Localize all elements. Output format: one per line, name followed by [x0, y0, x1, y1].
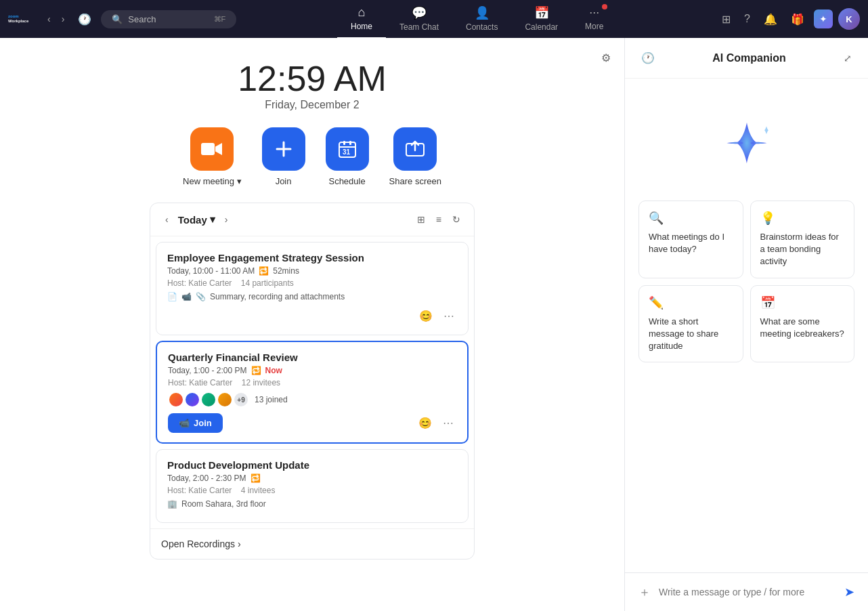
- svg-rect-2: [201, 143, 215, 155]
- ai-panel-body: 🔍 What meetings do I have today? 💡 Brain…: [625, 79, 868, 572]
- top-nav: zoom Workplace ‹ › 🕐 🔍 Search ⌘F ⌂ Home …: [0, 0, 868, 38]
- calendar-list-button[interactable]: ≡: [433, 211, 444, 228]
- meeting-card-1[interactable]: Employee Engagement Strategy Session Tod…: [156, 242, 469, 335]
- ai-suggestion-icebreakers[interactable]: 📅 What are some meeting icebreakers?: [750, 285, 855, 363]
- nav-tab-home-label: Home: [351, 22, 372, 31]
- recurring-icon: 🔁: [259, 266, 269, 276]
- meeting-1-title: Employee Engagement Strategy Session: [167, 252, 457, 264]
- search-bar[interactable]: 🔍 Search ⌘F: [101, 10, 236, 28]
- schedule-button[interactable]: 31 Schedule: [326, 127, 369, 186]
- nav-back-button[interactable]: ‹: [43, 11, 55, 27]
- nav-tab-team-chat[interactable]: 💬 Team Chat: [386, 0, 452, 39]
- meeting-card-2[interactable]: Quarterly Financial Review Today, 1:00 -…: [156, 341, 469, 444]
- ai-suggestions-grid: 🔍 What meetings do I have today? 💡 Brain…: [638, 201, 854, 362]
- meeting-1-actions: 😊 ⋯: [167, 307, 457, 325]
- calendar-icon: 📅: [534, 5, 549, 20]
- join-button[interactable]: Join: [262, 127, 305, 186]
- action-buttons: New meeting ▾ Join: [183, 127, 441, 186]
- ai-panel-header: 🕐 AI Companion ⤢: [625, 38, 868, 79]
- nav-tab-more[interactable]: ··· More: [571, 0, 617, 39]
- ai-suggestion-meetings-today[interactable]: 🔍 What meetings do I have today?: [638, 201, 743, 278]
- search-label: Search: [128, 14, 156, 24]
- ai-companion-panel: 🕐 AI Companion ⤢: [624, 38, 868, 611]
- meeting-2-actions: 📹 Join 😊 ⋯: [168, 413, 456, 433]
- ai-message-input[interactable]: [659, 587, 836, 597]
- share-screen-label: Share screen: [389, 176, 441, 186]
- join-label: Join: [276, 176, 292, 186]
- write-suggestion-icon: ✏️: [649, 295, 733, 310]
- calendar-title: Today ▾: [178, 213, 215, 226]
- calendar-prev-button[interactable]: ‹: [161, 211, 173, 228]
- share-screen-icon: [393, 127, 437, 171]
- ai-star-button[interactable]: ✦: [814, 9, 833, 28]
- nav-tab-calendar[interactable]: 📅 Calendar: [511, 0, 571, 39]
- meeting-1-more-button[interactable]: ⋯: [441, 307, 457, 325]
- more-icon: ···: [589, 5, 599, 20]
- ai-sparkle-icon: [720, 119, 774, 173]
- ai-send-button[interactable]: ➤: [842, 582, 857, 602]
- meetings-list: Employee Engagement Strategy Session Tod…: [150, 236, 474, 528]
- help-button[interactable]: ?: [740, 9, 754, 29]
- meeting-1-emoji-button[interactable]: 😊: [416, 307, 435, 325]
- calendar-grid-button[interactable]: ⊞: [414, 211, 428, 228]
- ai-panel-footer: ＋ ➤: [625, 572, 868, 611]
- schedule-label: Schedule: [328, 176, 365, 186]
- app-logo: zoom Workplace: [8, 12, 32, 26]
- meeting-2-time: Today, 1:00 - 2:00 PM 🔁 Now: [168, 366, 456, 375]
- calendar-suggestion-icon: 📅: [760, 295, 845, 310]
- meeting-2-emoji-button[interactable]: 😊: [416, 414, 435, 432]
- open-recordings-link[interactable]: Open Recordings ›: [150, 528, 474, 559]
- gift-button[interactable]: 🎁: [787, 9, 808, 30]
- ai-suggestion-gratitude[interactable]: ✏️ Write a short message to share gratit…: [638, 285, 743, 363]
- share-screen-button[interactable]: Share screen: [389, 127, 441, 186]
- join-meeting-button[interactable]: 📹 Join: [168, 413, 223, 433]
- avatar-1: [168, 392, 184, 408]
- chevron-right-icon: ›: [238, 539, 241, 549]
- avatar-extra: +9: [233, 392, 249, 408]
- search-suggestion-icon: 🔍: [649, 211, 733, 226]
- meeting-3-title: Product Development Update: [167, 459, 457, 471]
- attachment-icon: 📎: [196, 292, 206, 301]
- nav-tab-contacts[interactable]: 👤 Contacts: [452, 0, 511, 39]
- new-meeting-icon: [190, 127, 234, 171]
- ai-suggestion-meetings-today-text: What meetings do I have today?: [649, 231, 733, 255]
- notifications-button[interactable]: 🔔: [760, 9, 781, 30]
- avatar[interactable]: K: [838, 8, 860, 30]
- nav-forward-button[interactable]: ›: [58, 11, 69, 27]
- nav-history-button[interactable]: 🕐: [74, 10, 95, 28]
- calendar-dropdown-icon: ▾: [210, 213, 215, 226]
- ai-expand-button[interactable]: ⤢: [841, 50, 854, 66]
- meeting-2-title: Quarterly Financial Review: [168, 352, 456, 363]
- avatar-3: [200, 392, 217, 408]
- main-area: ⚙ 12:59 AM Friday, December 2 New meetin…: [0, 38, 868, 611]
- nav-tab-calendar-label: Calendar: [525, 22, 558, 32]
- meeting-2-more-button[interactable]: ⋯: [440, 414, 456, 432]
- ai-panel-title: AI Companion: [663, 52, 836, 64]
- meeting-card-3[interactable]: Product Development Update Today, 2:00 -…: [156, 449, 469, 523]
- meeting-2-joined: 13 joined: [255, 395, 288, 404]
- calendar-next-button[interactable]: ›: [221, 211, 232, 228]
- avatar-2: [184, 392, 200, 408]
- open-recordings-label: Open Recordings: [161, 539, 235, 549]
- recurring-icon-3: 🔁: [251, 473, 261, 483]
- bulb-suggestion-icon: 💡: [760, 211, 845, 226]
- svg-rect-6: [343, 141, 345, 145]
- ai-suggestion-icebreakers-text: What are some meeting icebreakers?: [760, 316, 845, 340]
- ai-suggestion-gratitude-text: Write a short message to share gratitude: [649, 316, 733, 353]
- search-icon: 🔍: [112, 14, 123, 24]
- ai-suggestion-brainstorm[interactable]: 💡 Brainstorm ideas for a team bonding ac…: [750, 201, 855, 278]
- contacts-icon: 👤: [475, 5, 490, 20]
- settings-button[interactable]: ⚙: [599, 49, 613, 67]
- svg-text:Workplace: Workplace: [8, 19, 29, 23]
- more-badge: [602, 4, 607, 9]
- home-content: ⚙ 12:59 AM Friday, December 2 New meetin…: [0, 38, 624, 611]
- ai-history-button[interactable]: 🕐: [638, 49, 657, 67]
- new-meeting-button[interactable]: New meeting ▾: [183, 127, 241, 186]
- new-meeting-label: New meeting ▾: [183, 176, 241, 186]
- ai-add-button[interactable]: ＋: [636, 581, 653, 603]
- meeting-3-host: Host: Katie Carter 4 invitees: [167, 486, 457, 495]
- apps-button[interactable]: ⊞: [718, 9, 735, 30]
- nav-tab-team-chat-label: Team Chat: [399, 22, 439, 32]
- calendar-refresh-button[interactable]: ↻: [450, 211, 463, 228]
- nav-tab-home[interactable]: ⌂ Home: [337, 0, 386, 39]
